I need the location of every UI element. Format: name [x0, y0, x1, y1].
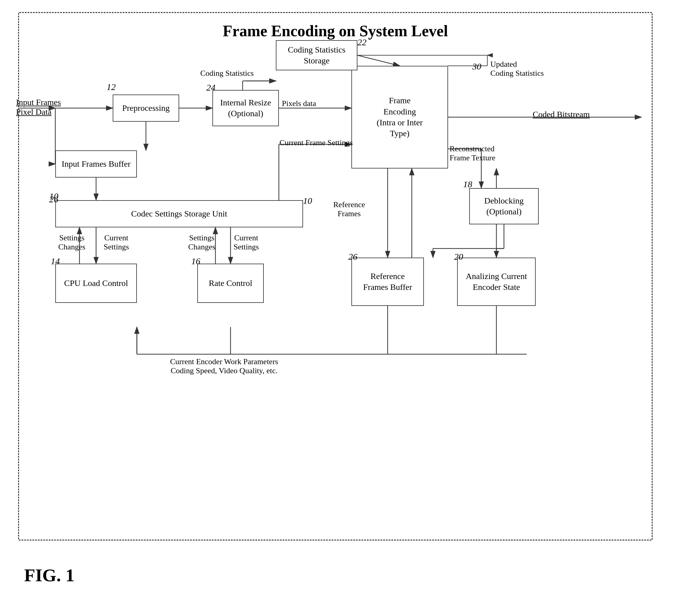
ref-10-b: 10 [303, 196, 312, 206]
box-input-frames: Input Frames Buffer [55, 151, 137, 178]
ref-26b: 26 [348, 251, 357, 262]
box-internal-resize: Internal Resize(Optional) [212, 90, 279, 126]
label-reconstructed: ReconstructedFrame Texture [450, 144, 495, 162]
ref-18: 18 [463, 179, 472, 189]
ref-24: 24 [206, 82, 216, 93]
box-codec-settings: Codec Settings Storage Unit [55, 200, 303, 227]
label-coded-bitstream: Coded Bitstream [533, 110, 590, 119]
label-updated-coding-stats: UpdatedCoding Statistics [490, 60, 544, 78]
box-ref-frames: ReferenceFrames Buffer [351, 258, 424, 306]
box-rate-control: Rate Control [197, 264, 264, 303]
box-cpu-load: CPU Load Control [55, 264, 137, 303]
label-coding-statistics: Coding Statistics [200, 69, 254, 78]
svg-line-9 [357, 55, 400, 66]
ref-16: 16 [191, 256, 200, 266]
box-preprocessing: Preprocessing [113, 95, 179, 122]
label-current-settings-2: CurrentSettings [233, 234, 259, 251]
ref-22: 22 [357, 37, 367, 47]
ref-20: 20 [454, 251, 463, 262]
label-input-frames: Input FramesPixel Data [16, 98, 65, 117]
ref-30: 30 [472, 61, 481, 72]
diagram-title: Frame Encoding on System Level [223, 22, 448, 40]
diagram-outer-border: Frame Encoding on System Level [18, 12, 653, 540]
box-coding-stats: Coding StatisticsStorage [276, 40, 357, 70]
label-pixels-data: Pixels data [282, 99, 316, 108]
box-frame-encoding: FrameEncoding(Intra or InterType) [351, 66, 448, 168]
label-current-settings-1: CurrentSettings [104, 234, 129, 251]
label-reference-frames: ReferenceFrames [333, 200, 365, 218]
ref-10: 10 [49, 191, 58, 202]
label-current-frame-settings: Current Frame Settings [279, 138, 353, 148]
label-settings-changes-2: SettingsChanges [188, 234, 216, 251]
ref-14: 14 [51, 256, 60, 266]
box-deblocking: Deblocking(Optional) [469, 188, 539, 224]
box-analyzing: Analizing CurrentEncoder State [457, 258, 536, 306]
page: Frame Encoding on System Level [0, 0, 681, 616]
label-settings-changes-1: SettingsChanges [58, 234, 85, 251]
ref-12: 12 [107, 82, 116, 92]
label-encoder-work: Current Encoder Work ParametersCoding Sp… [170, 357, 278, 375]
fig-label: FIG. 1 [24, 565, 75, 586]
